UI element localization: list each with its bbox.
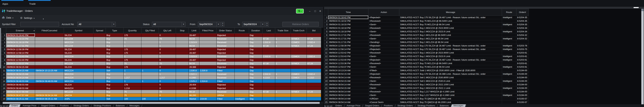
message-row[interactable]: 2509/09/24 08:54:14 AM<Cancel Sent>SIMUL… bbox=[324, 100, 529, 104]
message-row[interactable]: 309/09/24 01:18:33 PM<Sent>SIMULATED ACC… bbox=[324, 23, 529, 26]
scrollbar-thumb[interactable] bbox=[641, 9, 644, 11]
panel-tab-staged-orders[interactable]: Staged Orders bbox=[38, 104, 58, 107]
next-tab-button[interactable]: ▶ bbox=[4, 105, 6, 107]
first-tab-button[interactable]: ◀ bbox=[0, 105, 2, 107]
order-row[interactable]: 109/09/24 01:18:42 PMSILZ24Buy175028.487… bbox=[2, 34, 321, 37]
prev-tab-button[interactable]: ◀ bbox=[327, 105, 328, 107]
column-header-duration[interactable]: Duration bbox=[249, 28, 262, 34]
message-row[interactable]: 1509/09/24 12:53:37 PM<Sent>SIMULATED AC… bbox=[324, 65, 529, 69]
column-header-type[interactable]: Type bbox=[106, 28, 124, 34]
panel-grip[interactable] bbox=[634, 7, 639, 8]
column-header-trade-exch[interactable]: Trade Exch bbox=[291, 28, 307, 34]
order-row[interactable]: 609/09/24 12:58:14 PMSILZ24Buy175028.487… bbox=[2, 51, 321, 55]
message-row[interactable]: 709/09/24 01:17:31 PM<Sent>SIMULATED ACC… bbox=[324, 37, 529, 40]
order-row[interactable]: 309/09/24 01:18:18 PMMGCZ24Buy112,523.9R… bbox=[2, 41, 321, 44]
order-row[interactable]: 809/09/24 12:53:40 PMSILZ24Buy175028.487… bbox=[2, 58, 321, 62]
order-row[interactable]: 909/09/24 12:53:37 PMMCLZ24Buy757566.54R… bbox=[2, 62, 321, 65]
order-row[interactable]: 1709/09/24 08:47:59 AMMCLZ24Buy757566.18… bbox=[2, 90, 321, 93]
column-header-quantity[interactable]: Quantity bbox=[124, 28, 142, 34]
prev-tab-button[interactable]: ◀ bbox=[3, 105, 4, 107]
first-tab-button[interactable]: ◀ bbox=[324, 105, 326, 107]
column-header-action[interactable]: Action bbox=[368, 9, 399, 16]
sim-mode-button[interactable]: S ▾ bbox=[296, 9, 304, 14]
message-row[interactable]: 1409/09/24 12:53:36 PM<Received>SIMULATE… bbox=[324, 62, 529, 65]
order-row[interactable]: 1509/09/24 08:48:03 AMSILZ24Buy176028.40… bbox=[2, 83, 321, 86]
order-row[interactable]: 1009/09/24 08:54:15 AMSILZ24Buy176028.38… bbox=[2, 65, 321, 69]
chevron-down-icon[interactable]: ▼ bbox=[112, 22, 116, 26]
chevron-down-icon[interactable]: ▼ bbox=[261, 22, 264, 26]
message-row[interactable]: 1809/09/24 08:54:14 AM<Received>SIMULATE… bbox=[324, 76, 529, 79]
message-row[interactable]: 1309/09/24 12:53:40 PM<Rejected>SIMULATE… bbox=[324, 58, 529, 62]
app-tab-apps[interactable]: Apps bbox=[1, 0, 24, 7]
message-row[interactable]: 1609/09/24 10:13:24 AM<Filled>SIMULATED … bbox=[324, 69, 529, 72]
panel-tab-average-price[interactable]: Average Price bbox=[20, 104, 38, 107]
panel-tab-messages[interactable]: Messages bbox=[127, 104, 142, 107]
column-header-order-[interactable]: Order# bbox=[516, 9, 529, 16]
app-tab-trade[interactable]: Trade bbox=[28, 0, 51, 7]
to-date-input[interactable]: Sep/09/2024 ▼ bbox=[242, 22, 265, 27]
account-no-select[interactable]: All ▼ bbox=[77, 22, 116, 27]
message-row[interactable]: 209/09/24 01:18:32 PM<Received>SIMULATED… bbox=[324, 19, 529, 23]
panel-tab-messages[interactable]: Messages bbox=[451, 104, 466, 107]
message-row[interactable]: 609/09/24 01:17:31 PM<Received>SIMULATED… bbox=[324, 33, 529, 37]
scrollbar-thumb[interactable] bbox=[0, 28, 1, 68]
message-row[interactable]: 2309/09/24 08:54:14 AM<Sent>SIMULATED AC… bbox=[324, 93, 529, 97]
order-row[interactable]: 509/09/24 12:58:39 PMSILZ24Buy175028.487… bbox=[2, 48, 321, 51]
chevron-down-icon[interactable]: ▼ bbox=[182, 22, 185, 26]
panel-tab-balances[interactable]: Balances bbox=[113, 104, 127, 107]
message-row[interactable]: 809/09/24 01:17:31 PM<Sending>SIMULATED … bbox=[324, 40, 529, 44]
column-header-entered[interactable]: Entered▼ bbox=[6, 28, 35, 34]
order-row[interactable]: 1109/09/24 08:54:15 AM09/09/24 10:13:25 … bbox=[2, 69, 321, 72]
from-date-input[interactable]: Sep/09/2024 ▼ bbox=[198, 22, 220, 27]
panel-tab-strategy-positions[interactable]: Strategy Positions bbox=[415, 104, 438, 107]
message-row[interactable]: 1009/09/24 12:58:14 PM<Rejected>SIMULATE… bbox=[324, 47, 529, 51]
message-row[interactable]: 2109/09/24 08:54:15 AM<Sent>SIMULATED AC… bbox=[324, 86, 529, 90]
panel-tab-positions[interactable]: Positions bbox=[382, 104, 395, 107]
order-row[interactable]: 1309/09/24 08:54:14 AMMHGZ24Buy1,2171,21… bbox=[2, 76, 321, 79]
message-row[interactable]: 909/09/24 12:58:39 PM<Rejected>SIMULATED… bbox=[324, 44, 529, 47]
column-header-limit[interactable]: Limit bbox=[189, 28, 200, 34]
next-tab-button[interactable]: ▶ bbox=[328, 105, 330, 107]
message-row[interactable]: 109/09/24 01:18:42 PM<Rejected>SIMULATED… bbox=[324, 16, 529, 19]
close-button[interactable]: ✕ bbox=[317, 9, 323, 14]
column-header-order-status[interactable]: Order Status bbox=[216, 28, 234, 34]
panel-tab-strategy-orders[interactable]: Strategy Orders bbox=[71, 104, 91, 107]
titlebar[interactable]: TradeManager - Orders S ▾ – □ ✕ bbox=[0, 7, 323, 15]
panel-tab-staged-orders[interactable]: Staged Orders bbox=[362, 104, 382, 107]
panel-tab-balances[interactable]: Balances bbox=[438, 104, 451, 107]
orders-horizontal-scrollbar[interactable] bbox=[0, 102, 323, 104]
column-header-qty-filled[interactable]: Qty Filled bbox=[142, 28, 159, 34]
column-header-message[interactable]: Message bbox=[399, 9, 502, 16]
message-row[interactable]: 1709/09/24 08:54:15 AM<Rejected>SIMULATE… bbox=[324, 72, 529, 76]
column-header-last[interactable]: Last bbox=[262, 28, 275, 34]
panel-tab-orders[interactable]: Orders bbox=[333, 104, 344, 107]
settings-menu-button[interactable]: ⚙ Settings▼ bbox=[20, 16, 35, 20]
scrollbar-thumb[interactable] bbox=[3, 102, 320, 104]
panel-tab-strategy-positions[interactable]: Strategy Positions bbox=[91, 104, 114, 107]
message-row[interactable]: 1909/09/24 08:54:15 AM<Sent>SIMULATED AC… bbox=[324, 79, 529, 83]
column-header-filled-canceled[interactable]: Filled/Canceled bbox=[35, 28, 64, 34]
message-row[interactable]: 409/09/24 01:18:18 PM<Received>SIMULATED… bbox=[324, 26, 529, 30]
column-header-stop[interactable]: Stop bbox=[176, 28, 189, 34]
message-row[interactable]: 2209/09/24 08:54:14 AM<Received>SIMULATE… bbox=[324, 90, 529, 93]
message-row[interactable]: 1209/09/24 12:53:43 PM<Sent>SIMULATED AC… bbox=[324, 55, 529, 58]
column-header-filled-price[interactable]: Filled Price bbox=[200, 28, 216, 34]
data-menu-button[interactable]: Data▼ bbox=[2, 16, 14, 20]
column-header-symbol[interactable]: Symbol bbox=[64, 28, 94, 34]
retrieve-orders-button[interactable]: Retrieve Orders bbox=[282, 22, 319, 27]
column-header-trade-size[interactable]: Trade Size bbox=[275, 28, 291, 34]
message-row[interactable]: 509/09/24 01:18:18 PM<Sent>SIMULATED ACC… bbox=[324, 30, 529, 33]
column-header-qty-left[interactable]: Qty Left bbox=[159, 28, 176, 34]
maximize-button[interactable]: □ bbox=[312, 9, 318, 14]
toolbar-overflow-button[interactable]: ▼ bbox=[42, 17, 44, 21]
order-row[interactable]: 1409/09/24 08:48:03 AM09/09/24 08:48:03 … bbox=[2, 79, 321, 83]
panel-tab-average-price[interactable]: Average Price bbox=[344, 104, 362, 107]
to-date-stepper[interactable]: ▲▼ bbox=[265, 22, 269, 27]
panel-tab-positions[interactable]: Positions bbox=[58, 104, 71, 107]
order-row[interactable]: 709/09/24 12:53:43 PMMGCZ24Buy112,523.9R… bbox=[2, 55, 321, 58]
column-header-spread[interactable]: Spread bbox=[94, 28, 106, 34]
message-row[interactable]: 2009/09/24 08:54:14 AM<Received>SIMULATE… bbox=[324, 83, 529, 86]
message-row[interactable]: 1109/09/24 12:53:42 PM<Received>SIMULATE… bbox=[324, 51, 529, 55]
column-header-route[interactable]: Route bbox=[234, 28, 249, 34]
order-row[interactable]: 209/09/24 01:18:33 PMMCLZ24Buy757566.54R… bbox=[2, 37, 321, 41]
